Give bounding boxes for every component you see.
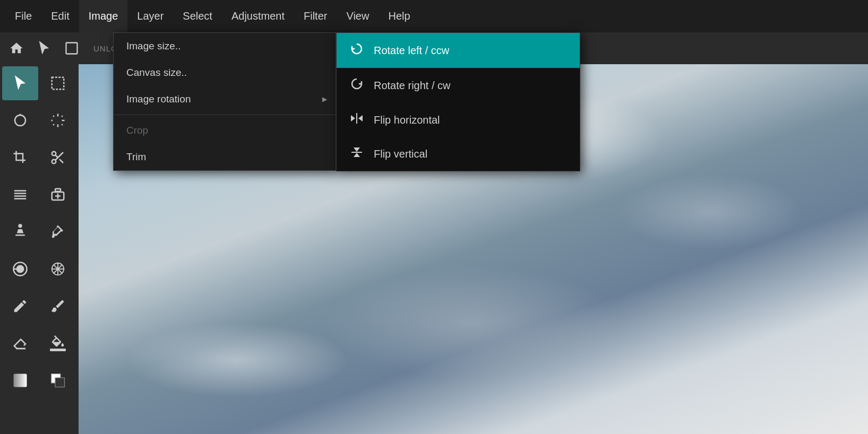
submenu-flip-horizontal-label: Flip horizontal — [374, 114, 440, 126]
svg-marker-36 — [358, 115, 363, 121]
tool-paint-bucket[interactable] — [40, 326, 76, 360]
tool-scissors[interactable] — [40, 141, 76, 175]
svg-rect-1 — [52, 77, 64, 90]
menu-image-size[interactable]: Image size.. — [114, 33, 336, 59]
tool-stamp[interactable] — [2, 215, 38, 249]
submenu-flip-vertical-label: Flip vertical — [374, 148, 427, 160]
svg-line-9 — [62, 116, 63, 117]
menu-layer[interactable]: Layer — [127, 0, 173, 32]
submenu-rotate-right[interactable]: Rotate right / cw — [337, 68, 580, 103]
menu-image-rotation[interactable]: Image rotation — [114, 86, 336, 112]
menu-select[interactable]: Select — [173, 0, 222, 32]
svg-point-13 — [52, 160, 56, 164]
svg-line-16 — [55, 155, 58, 158]
submenu-rotate-left-label: Rotate left / ccw — [374, 45, 449, 57]
submenu-rotate-right-label: Rotate right / cw — [374, 80, 451, 92]
tool-gradient[interactable] — [2, 363, 38, 397]
svg-point-2 — [15, 115, 25, 126]
svg-rect-31 — [14, 374, 27, 387]
svg-point-23 — [17, 266, 24, 273]
svg-rect-17 — [55, 189, 61, 192]
svg-line-10 — [62, 124, 63, 125]
menu-view[interactable]: View — [337, 0, 379, 32]
menubar: File Edit Image Layer Select Adjustment … — [0, 0, 868, 32]
tool-select-arrow[interactable] — [2, 66, 38, 100]
menu-image[interactable]: Image — [79, 0, 128, 32]
tool-dodge[interactable] — [2, 252, 38, 286]
tool-lasso[interactable] — [2, 103, 38, 137]
pointer-button[interactable] — [33, 37, 55, 59]
submenu-rotate-left[interactable]: Rotate left / ccw — [337, 33, 580, 68]
rotation-submenu: Rotate left / ccw Rotate right / cw Flip… — [336, 32, 580, 171]
svg-line-8 — [53, 116, 54, 117]
menu-edit[interactable]: Edit — [41, 0, 79, 32]
svg-marker-39 — [354, 153, 360, 157]
svg-marker-35 — [351, 115, 355, 121]
submenu-flip-vertical[interactable]: Flip vertical — [337, 137, 580, 171]
svg-rect-33 — [55, 378, 65, 387]
svg-rect-30 — [50, 349, 66, 351]
svg-line-11 — [53, 124, 54, 125]
rotate-left-icon — [349, 42, 364, 58]
rotate-right-icon — [349, 77, 364, 93]
menu-adjustment[interactable]: Adjustment — [222, 0, 294, 32]
flip-vertical-icon — [349, 146, 364, 161]
menu-file[interactable]: File — [5, 0, 41, 32]
menu-help[interactable]: Help — [379, 0, 419, 32]
tools-panel — [0, 64, 79, 434]
tool-brush[interactable] — [40, 289, 76, 323]
flip-horizontal-icon — [349, 112, 364, 127]
tool-healing[interactable] — [40, 178, 76, 212]
home-button[interactable] — [5, 37, 28, 59]
dropdown-separator — [114, 115, 336, 115]
tool-eraser[interactable] — [2, 326, 38, 360]
image-dropdown-menu: Image size.. Canvas size.. Image rotatio… — [113, 32, 336, 171]
svg-rect-0 — [66, 43, 78, 54]
tool-smudge[interactable] — [2, 178, 38, 212]
canvas-preview-button[interactable] — [61, 37, 83, 59]
svg-point-21 — [52, 235, 55, 238]
tool-pencil[interactable] — [2, 289, 38, 323]
tool-magic-wand[interactable] — [40, 103, 76, 137]
tool-marquee[interactable] — [40, 66, 76, 100]
menu-filter[interactable]: Filter — [294, 0, 337, 32]
tool-sharpen[interactable] — [40, 252, 76, 286]
submenu-flip-horizontal[interactable]: Flip horizontal — [337, 103, 580, 137]
tool-crop[interactable] — [2, 141, 38, 175]
menu-crop[interactable]: Crop — [114, 117, 336, 144]
tool-foreground-color[interactable] — [40, 363, 76, 397]
tool-dropper[interactable] — [40, 215, 76, 249]
svg-line-15 — [59, 159, 63, 163]
menu-trim[interactable]: Trim — [114, 144, 336, 170]
svg-marker-38 — [354, 147, 360, 152]
menu-canvas-size[interactable]: Canvas size.. — [114, 59, 336, 86]
svg-point-12 — [52, 152, 56, 156]
